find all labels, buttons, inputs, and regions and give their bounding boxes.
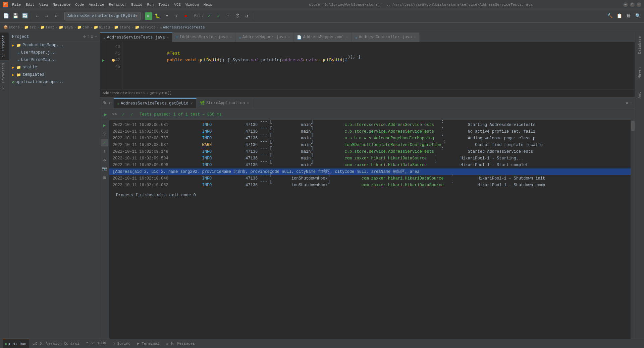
tab-address-mapper-xml[interactable]: 📄 AddressMapper.xml ✕ xyxy=(293,32,352,42)
bottom-tab-run[interactable]: ▶ ▶ 4: Run xyxy=(3,339,29,348)
tab-close-2[interactable]: ✕ xyxy=(288,35,290,39)
tab-address-service-tests[interactable]: ☕ AddressServiceTests.java ✕ xyxy=(100,32,172,42)
menu-run[interactable]: Run xyxy=(145,2,156,7)
forward-button[interactable]: → xyxy=(43,12,51,20)
menu-file[interactable]: File xyxy=(10,2,23,7)
menu-edit[interactable]: Edit xyxy=(23,2,36,7)
menu-help[interactable]: Help xyxy=(202,2,214,7)
tab-project[interactable]: 1: Project xyxy=(0,32,9,60)
rl-camera-button[interactable]: 📷 xyxy=(101,165,108,172)
sync-button[interactable]: 🔄 xyxy=(21,12,29,20)
git-revert-button[interactable]: ↺ xyxy=(243,12,251,20)
right-tab-maven[interactable]: Maven xyxy=(636,65,643,81)
tree-item-templates[interactable]: ▶ 📁 templates xyxy=(9,71,100,78)
tree-item-static[interactable]: ▶ 📁 static xyxy=(9,64,100,71)
run-button[interactable]: ▶ xyxy=(145,12,152,20)
menu-window[interactable]: Window xyxy=(183,2,201,7)
collapse-icon[interactable]: − xyxy=(95,34,97,39)
tab-address-mapper[interactable]: ☕ AddressMapper.java ✕ xyxy=(235,32,293,42)
rl-play-button[interactable]: ▶ xyxy=(101,122,108,129)
navigation-combo[interactable]: AddressServiceTests.getByUid ▼ xyxy=(64,12,141,20)
tree-item-productionmapp[interactable]: ▶ 📁 ProductionMapp... xyxy=(9,42,100,49)
tree-item-userpursemap[interactable]: ☕ UserPurseMap... xyxy=(9,56,100,64)
menu-bar[interactable]: File Edit View Navigate Code Analyze Ref… xyxy=(10,2,214,7)
new-file-button[interactable]: 📄 xyxy=(2,12,10,20)
stop-button[interactable]: ■ xyxy=(182,12,190,20)
tab-iaddress-service[interactable]: I IAddressService.java ✕ xyxy=(172,32,235,42)
gutter-line-42[interactable]: ▶ xyxy=(100,57,107,64)
git-history-button[interactable]: ⏱ xyxy=(233,12,241,20)
right-tab-database[interactable]: Database xyxy=(636,33,643,57)
menu-build[interactable]: Build xyxy=(129,2,144,7)
crumb-java[interactable]: java xyxy=(64,25,73,29)
crumb-com[interactable]: com xyxy=(83,25,89,29)
run-arrow-icon[interactable]: ▶ xyxy=(102,58,105,63)
rl-filter-button[interactable]: ▽ xyxy=(101,130,108,138)
crumb-service[interactable]: service xyxy=(140,25,156,29)
run-fast-forward-button[interactable]: >> xyxy=(111,111,118,118)
minimize-icon[interactable]: − xyxy=(630,101,632,106)
right-tab-ant[interactable]: Ant xyxy=(636,89,643,101)
bottom-tab-todo[interactable]: ≡ 6: TODO xyxy=(84,339,109,348)
layout-button[interactable]: 🖥 xyxy=(625,12,633,20)
menu-refactor[interactable]: Refactor xyxy=(107,2,129,7)
recent-files-button[interactable]: ↩ xyxy=(52,12,60,20)
locate-icon[interactable]: ⊕ xyxy=(83,34,86,39)
editor-breadcrumb-class[interactable]: AddressServiceTests xyxy=(103,91,145,95)
debug-button[interactable]: 🐛 xyxy=(154,12,162,20)
tab-close-1[interactable]: ✕ xyxy=(230,35,232,39)
rl-trash-button[interactable]: 🗑 xyxy=(101,174,108,181)
build-button[interactable]: 🔨 xyxy=(606,12,614,20)
tab-close-0[interactable]: ✕ xyxy=(167,36,169,40)
window-controls[interactable]: ─ □ ✕ xyxy=(623,2,641,7)
tab-close-3[interactable]: ✕ xyxy=(346,35,348,39)
tree-item-appprops[interactable]: ⚙ application.prope... xyxy=(9,78,100,86)
crumb-test[interactable]: test xyxy=(46,25,54,29)
close-button[interactable]: ✕ xyxy=(637,2,641,7)
crumb-store2[interactable]: store xyxy=(119,25,130,29)
rl-scroll-button[interactable]: ↕ xyxy=(101,148,108,155)
crumb-bistu[interactable]: bistu xyxy=(99,25,110,29)
menu-code[interactable]: Code xyxy=(73,2,86,7)
search-everywhere-button[interactable]: 🔍 xyxy=(634,12,642,20)
run-tab-close-1[interactable]: ✕ xyxy=(247,100,249,106)
run-tab-close-0[interactable]: ✕ xyxy=(191,101,193,106)
code-content[interactable]: @Test public void getByUid() { System.ou… xyxy=(122,42,635,89)
bottom-tab-messages[interactable]: ✉ 0: Messages xyxy=(163,339,198,348)
scrollbar-thumb[interactable] xyxy=(631,121,635,131)
git-check-button[interactable]: ✓ xyxy=(215,12,223,20)
run-tab-address-tests[interactable]: ☕ AddressServiceTests.getByUid ✕ xyxy=(114,98,197,108)
tab-favorites[interactable]: 2: Favorites xyxy=(0,60,9,92)
run-tab-store-app[interactable]: 🌿 StoreApplication ✕ xyxy=(197,98,253,108)
coverage-button[interactable]: ☂ xyxy=(163,12,171,20)
tree-item-usermapper[interactable]: ☕ UserMapper.j... xyxy=(9,49,100,56)
settings-icon[interactable]: ⚙ xyxy=(626,100,628,106)
bottom-tab-vc[interactable]: ⎇ 9: Version Control xyxy=(30,339,82,348)
menu-vcs[interactable]: VCS xyxy=(172,2,183,7)
save-button[interactable]: 💾 xyxy=(11,12,19,20)
bottom-tab-spring[interactable]: ⚙ Spring xyxy=(110,339,133,348)
git-push-button[interactable]: ↑ xyxy=(224,12,232,20)
rl-check-button[interactable]: ✓ xyxy=(101,139,108,146)
run-panel-settings[interactable]: ⚙ − xyxy=(626,100,632,106)
crumb-store[interactable]: store xyxy=(9,25,20,29)
scroll-icon[interactable]: ↕ xyxy=(87,34,89,39)
back-button[interactable]: ← xyxy=(33,12,41,20)
gear-icon[interactable]: ⚙ xyxy=(91,34,93,39)
minimize-button[interactable]: ─ xyxy=(623,2,628,7)
maximize-button[interactable]: □ xyxy=(630,2,635,7)
tab-address-controller[interactable]: ☕ AddressController.java ✕ xyxy=(352,32,420,42)
rl-settings-button[interactable]: ⚙ xyxy=(101,156,108,164)
menu-navigate[interactable]: Navigate xyxy=(51,2,72,7)
code-editor[interactable]: ▶ 40 41 42 45 xyxy=(100,42,635,89)
menu-tools[interactable]: Tools xyxy=(156,2,171,7)
bottom-tab-terminal[interactable]: ▶ Terminal xyxy=(135,339,162,348)
run-play-button[interactable]: ▶ xyxy=(102,111,109,118)
profile-button[interactable]: ⚡ xyxy=(172,12,180,20)
crumb-src[interactable]: src xyxy=(30,25,36,29)
tasks-button[interactable]: 📋 xyxy=(615,12,623,20)
crumb-class[interactable]: AddressServiceTests xyxy=(163,25,205,29)
editor-breadcrumb-method[interactable]: getByUid() xyxy=(150,91,172,95)
tab-close-4[interactable]: ✕ xyxy=(414,35,416,39)
menu-analyze[interactable]: Analyze xyxy=(87,2,106,7)
